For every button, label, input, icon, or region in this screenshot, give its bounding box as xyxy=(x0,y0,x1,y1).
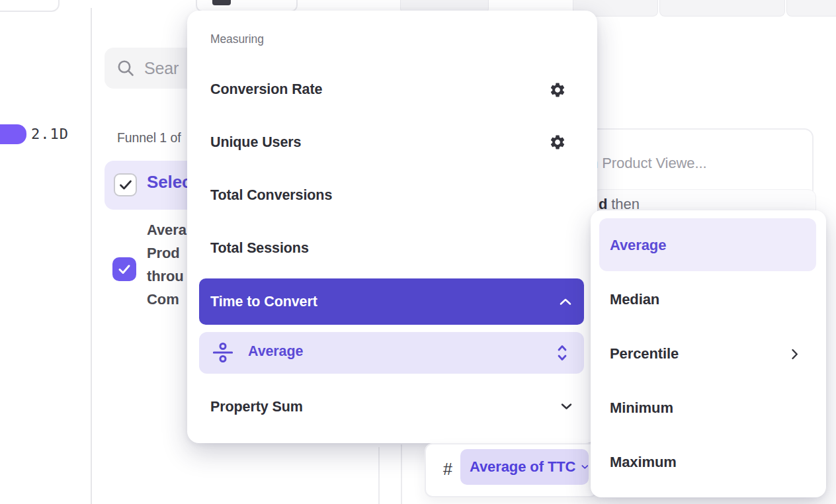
center-divider-1 xyxy=(378,447,380,504)
check-icon xyxy=(119,179,132,191)
menu-item-unique-users[interactable]: Unique Users xyxy=(210,132,301,152)
menu-item-property-sum[interactable]: Property Sum xyxy=(210,397,303,417)
submenu-item-percentile[interactable]: Percentile xyxy=(610,343,679,364)
funnel-counter-label: Funnel 1 of xyxy=(117,130,181,146)
metric-display-panel: # Average of TTC xyxy=(425,443,598,497)
app-canvas: 2.1D Funnel 1 of Selec Avera Prod throu … xyxy=(0,0,836,504)
aggregation-dropdown: Average Median Percentile Minimum Maximu… xyxy=(591,210,826,497)
chevron-down-icon[interactable] xyxy=(561,403,572,410)
top-tab-fragment-3 xyxy=(659,0,785,17)
funnel-step-chip[interactable] xyxy=(0,124,26,144)
divide-icon xyxy=(213,343,233,362)
event-select-card[interactable]: on Product Viewe... xyxy=(570,128,814,198)
menu-item-label: Time to Convert xyxy=(210,294,317,310)
top-tab-fragment-4 xyxy=(786,0,836,17)
chevron-right-icon xyxy=(791,349,798,360)
select-all-checkbox[interactable] xyxy=(114,173,137,196)
toolbar-icon[interactable] xyxy=(212,0,231,5)
menu-item-time-to-convert[interactable]: Time to Convert xyxy=(199,278,584,325)
chevron-down-icon xyxy=(581,464,589,470)
measuring-dropdown: Measuring Conversion Rate Unique Users T… xyxy=(187,11,597,443)
submenu-item-median[interactable]: Median xyxy=(610,289,659,310)
funnel-step-chip-label: 2.1D xyxy=(31,126,69,142)
step-checkbox[interactable] xyxy=(112,257,136,281)
submenu-item-average[interactable]: Average xyxy=(610,235,666,256)
gear-icon[interactable] xyxy=(549,134,566,151)
aggregation-selector-row[interactable]: Average xyxy=(199,332,584,374)
submenu-item-minimum[interactable]: Minimum xyxy=(610,398,673,419)
menu-item-total-conversions[interactable]: Total Conversions xyxy=(210,185,332,205)
chevron-up-icon xyxy=(560,298,571,306)
check-icon xyxy=(118,264,131,275)
select-all-label: Selec xyxy=(147,172,191,192)
aggregation-selected-label: Average xyxy=(248,343,303,360)
menu-item-conversion-rate[interactable]: Conversion Rate xyxy=(210,79,322,99)
step-summary-text: Avera Prod throu Com xyxy=(147,218,187,311)
submenu-item-maximum[interactable]: Maximum xyxy=(610,452,677,473)
updown-chevrons-icon xyxy=(558,345,567,361)
measuring-header: Measuring xyxy=(210,32,264,46)
search-icon xyxy=(116,59,135,77)
metric-pill[interactable]: Average of TTC xyxy=(460,449,589,485)
number-type-badge: # xyxy=(443,460,452,479)
menu-item-total-sessions[interactable]: Total Sessions xyxy=(210,238,309,258)
center-divider-2 xyxy=(401,444,402,504)
event-select-value: on Product Viewe... xyxy=(582,155,706,172)
left-panel-divider xyxy=(91,8,92,504)
top-left-panel-fragment xyxy=(0,0,60,12)
gear-icon[interactable] xyxy=(549,81,566,99)
metric-pill-label: Average of TTC xyxy=(470,458,575,476)
